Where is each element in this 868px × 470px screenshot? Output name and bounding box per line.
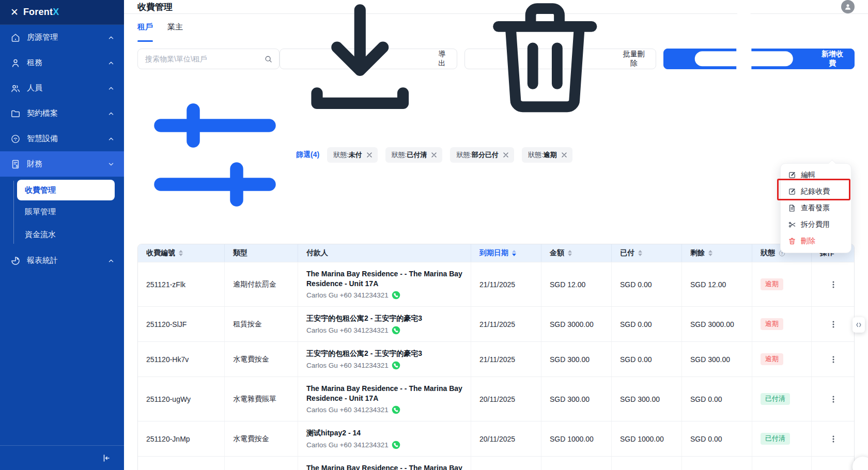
sidebar-subitem[interactable]: 資金流水	[0, 223, 124, 246]
remove-chip-icon[interactable]	[561, 152, 567, 158]
remove-chip-icon[interactable]	[503, 152, 509, 158]
cell-due-date: 21/11/2025	[471, 342, 541, 377]
cell-payer: 王安宇的包租公寓2 - 王安宇的豪宅3 Carlos Gu +60 341234…	[298, 342, 471, 377]
menu-item-default[interactable]: 刪除	[781, 233, 851, 249]
chip-label: 狀態:未付	[333, 150, 362, 160]
tab-0[interactable]: 租戶	[137, 22, 153, 41]
column-header[interactable]: 剩餘	[682, 244, 752, 262]
row-actions-button[interactable]	[827, 318, 840, 331]
menu-item-default[interactable]: 編輯	[781, 167, 851, 183]
sidebar-subitem[interactable]: 賬單管理	[0, 200, 124, 223]
menu-item-highlighted[interactable]: 紀錄收費	[781, 183, 851, 200]
row-actions-button[interactable]	[827, 278, 840, 291]
device-icon	[10, 134, 21, 144]
payer-property: 测试hitpay2 - 14	[306, 428, 361, 438]
menu-item-label: 編輯	[801, 170, 815, 180]
column-header[interactable]: 已付	[612, 244, 682, 262]
payer-contact: Carlos Gu +60 341234321	[306, 405, 400, 414]
sidebar-item-label: 人員	[27, 83, 107, 93]
cell-amount: SGD 300.00	[541, 377, 612, 421]
column-header[interactable]: 金額	[541, 244, 612, 262]
sidebar-item-1[interactable]: 租務	[0, 50, 124, 75]
filter-trigger[interactable]: 篩選(4)	[137, 77, 319, 232]
cell-status: 逾期	[752, 307, 812, 341]
user-avatar[interactable]	[841, 0, 855, 13]
add-charge-button[interactable]: 新增收費	[663, 49, 855, 69]
table-body: 251121-zFlk 逾期付款罰金 The Marina Bay Reside…	[138, 262, 854, 470]
filter-chip[interactable]: 狀態:已付清	[385, 147, 443, 163]
sort-icon[interactable]	[568, 250, 572, 256]
bulk-delete-button[interactable]: 批量刪除	[464, 49, 656, 69]
collapse-sidebar-icon[interactable]	[101, 453, 112, 463]
cell-actions	[812, 457, 855, 470]
cell-actions	[812, 307, 855, 341]
table-row-251120-coK9: 251120-coK9 租金 The Marina Bay Residence …	[138, 456, 854, 470]
main-area: 收費管理 租戶業主 導出 批量刪除 新	[124, 0, 868, 470]
table-header: 收費編號類型付款人到期日期金額已付剩餘狀態?操作	[138, 244, 854, 262]
cell-charge-id: 251120-ugWy	[138, 377, 225, 421]
sidebar-item-2[interactable]: 人員	[0, 75, 124, 101]
cell-actions	[812, 262, 855, 306]
sidebar-item-label: 報表統計	[27, 256, 107, 265]
menu-item-default[interactable]: 拆分費用	[781, 216, 851, 233]
whatsapp-icon[interactable]	[392, 291, 400, 300]
status-badge: 已付清	[761, 433, 790, 445]
chevron-up-icon	[107, 85, 115, 92]
cell-paid: SGD 1000.00	[612, 421, 682, 456]
menu-item-label: 拆分費用	[801, 220, 830, 229]
filter-chip[interactable]: 狀態:未付	[327, 147, 378, 163]
sidebar-item-6[interactable]: 報表統計	[0, 248, 124, 273]
menu-item-default[interactable]: 查看發票	[781, 200, 851, 216]
whatsapp-icon[interactable]	[392, 405, 400, 414]
chevron-up-icon	[107, 257, 115, 264]
cell-due-date: 21/11/2025	[471, 307, 541, 341]
cell-amount: SGD 12.00	[541, 262, 612, 306]
cell-charge-id: 251120-SlJF	[138, 307, 225, 341]
tenant-icon	[10, 58, 21, 68]
sidebar-item-0[interactable]: 房源管理	[0, 25, 124, 50]
table-row-251120-SlJF: 251120-SlJF 租賃按金 王安宇的包租公寓2 - 王安宇的豪宅3 Car…	[138, 306, 854, 341]
payer-contact: Carlos Gu +60 341234321	[306, 441, 400, 449]
drawer-toggle-handle[interactable]	[853, 317, 865, 333]
menu-item-label: 刪除	[801, 237, 815, 246]
row-actions-button[interactable]	[827, 393, 840, 405]
row-actions-button[interactable]	[827, 433, 840, 445]
column-header: 付款人	[298, 244, 471, 262]
sort-icon[interactable]	[512, 250, 516, 256]
column-label: 到期日期	[479, 248, 508, 258]
invoice-icon	[788, 204, 796, 212]
export-button[interactable]: 導出	[280, 49, 457, 69]
search-input[interactable]	[145, 55, 264, 63]
column-header[interactable]: 收費編號	[138, 244, 225, 262]
row-actions-button[interactable]	[827, 353, 840, 366]
payer-property: 王安宇的包租公寓2 - 王安宇的豪宅3	[306, 349, 422, 358]
tab-1[interactable]: 業主	[167, 22, 183, 41]
sidebar-item-4[interactable]: 智慧設備	[0, 126, 124, 151]
home-icon	[10, 33, 21, 43]
sidebar-item-3[interactable]: 契約檔案	[0, 101, 124, 126]
whatsapp-icon[interactable]	[392, 361, 400, 370]
column-header[interactable]: 到期日期	[471, 244, 541, 262]
sort-icon[interactable]	[179, 250, 183, 256]
sidebar-subitem[interactable]: 收費管理	[17, 180, 115, 200]
remove-chip-icon[interactable]	[431, 152, 437, 158]
plus-icon	[672, 0, 816, 131]
cell-amount: SGD 4700.00	[541, 457, 612, 470]
payer-property: The Marina Bay Residence - - The Marina …	[306, 463, 466, 470]
sort-icon[interactable]	[708, 250, 712, 256]
filter-chip[interactable]: 狀態:逾期	[522, 147, 572, 163]
whatsapp-icon[interactable]	[392, 441, 400, 449]
sidebar-item-5[interactable]: $ 財務	[0, 151, 124, 177]
cell-charge-id: 251120-JnMp	[138, 421, 225, 456]
sort-icon[interactable]	[638, 250, 642, 256]
split-icon	[788, 221, 796, 229]
remove-chip-icon[interactable]	[366, 152, 373, 158]
filter-chip[interactable]: 狀態:部分已付	[450, 147, 514, 163]
cell-remaining: SGD 4700.00	[682, 457, 752, 470]
cell-payer: 测试hitpay2 - 14 Carlos Gu +60 341234321	[298, 421, 471, 456]
user-icon	[843, 2, 853, 11]
record-payment-icon	[788, 187, 796, 196]
whatsapp-icon[interactable]	[392, 326, 400, 335]
search-icon[interactable]	[264, 55, 273, 64]
cell-status: 逾期	[752, 262, 812, 306]
